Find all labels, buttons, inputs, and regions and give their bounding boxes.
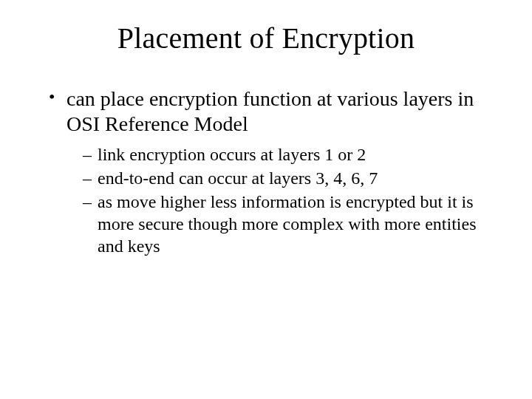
sub-bullet-item: link encryption occurs at layers 1 or 2 (87, 143, 495, 166)
bullet-list-level1: can place encryption function at various… (37, 86, 495, 257)
bullet-text: can place encryption function at various… (66, 87, 474, 135)
sub-bullet-text: as move higher less information is encry… (98, 192, 477, 256)
slide: Placement of Encryption can place encryp… (0, 0, 532, 399)
bullet-list-level2: link encryption occurs at layers 1 or 2 … (66, 143, 495, 257)
bullet-item: can place encryption function at various… (53, 86, 495, 257)
sub-bullet-item: as move higher less information is encry… (87, 191, 495, 257)
sub-bullet-text: link encryption occurs at layers 1 or 2 (98, 145, 366, 164)
sub-bullet-text: end-to-end can occur at layers 3, 4, 6, … (98, 168, 378, 188)
sub-bullet-item: end-to-end can occur at layers 3, 4, 6, … (87, 167, 495, 189)
slide-title: Placement of Encryption (37, 21, 495, 55)
